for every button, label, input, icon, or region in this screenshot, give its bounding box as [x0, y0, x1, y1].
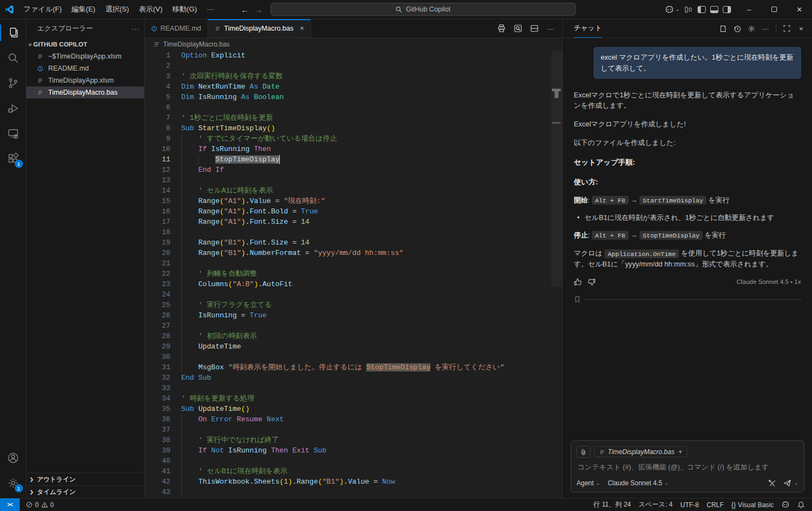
attach-context-button[interactable]	[577, 446, 590, 458]
code-line-1[interactable]: 1Option Explicit	[145, 50, 508, 61]
toggle-panel-icon[interactable]	[710, 6, 718, 13]
chat-more-icon[interactable]: ···	[759, 22, 772, 35]
remote-indicator[interactable]: ><	[0, 498, 20, 511]
code-line-41[interactable]: 41 ' セルB1に現在時刻を表示	[145, 466, 508, 477]
settings-gear-icon[interactable]: 1	[0, 471, 26, 496]
code-line-20[interactable]: 20 Range("B1").NumberFormat = "yyyy/mm/d…	[145, 248, 508, 258]
code-line-33[interactable]: 33	[145, 383, 508, 393]
eol-sequence[interactable]: CRLF	[702, 501, 727, 509]
menu-編集[interactable]: 編集(E)	[67, 3, 100, 16]
indentation[interactable]: スペース: 4	[635, 500, 676, 509]
code-line-29[interactable]: 29 UpdateTime	[145, 341, 508, 352]
code-line-5[interactable]: 5Dim IsRunning As Boolean	[145, 92, 508, 102]
code-line-8[interactable]: 8Sub StartTimeDisplay()	[145, 123, 508, 133]
breadcrumb[interactable]: TimeDisplayMacro.bas	[145, 38, 562, 50]
print-icon[interactable]	[494, 21, 509, 36]
toggle-secondary-sidebar-icon[interactable]	[723, 6, 731, 13]
code-line-26[interactable]: 26 IsRunning = True	[145, 310, 508, 321]
maximize-panel-icon[interactable]	[780, 22, 793, 35]
cursor-position[interactable]: 行 11、列 24	[590, 500, 635, 509]
code-line-15[interactable]: 15 Range("A1").Value = "現在時刻:"	[145, 196, 508, 206]
code-line-27[interactable]: 27	[145, 321, 508, 331]
file-item-README.md[interactable]: README.md	[26, 62, 144, 74]
menu-表示[interactable]: 表示(V)	[134, 3, 168, 16]
minimize-button[interactable]: –	[736, 0, 762, 19]
explorer-view-icon[interactable]	[0, 20, 26, 45]
file-item-~$TimeDisplayApp.xlsm[interactable]: ~$TimeDisplayApp.xlsm	[26, 50, 144, 62]
code-line-24[interactable]: 24	[145, 289, 508, 300]
code-line-22[interactable]: 22 ' 列幅を自動調整	[145, 269, 508, 279]
code-line-13[interactable]: 13	[145, 175, 508, 185]
copilot-menu-button[interactable]: ⌄	[665, 5, 679, 14]
chat-history-icon[interactable]	[730, 22, 744, 35]
code-line-2[interactable]: 2	[145, 61, 508, 71]
maximize-button[interactable]	[762, 0, 787, 19]
code-line-16[interactable]: 16 Range("A1").Font.Bold = True	[145, 206, 508, 217]
code-line-42[interactable]: 42 ThisWorkbook.Sheets(1).Range("B1").Va…	[145, 477, 508, 487]
close-tab-icon[interactable]: ×	[300, 25, 304, 32]
code-line-14[interactable]: 14 ' セルA1に時刻を表示	[145, 185, 508, 196]
file-item-TimeDisplayApp.xlsm[interactable]: TimeDisplayApp.xlsm	[26, 74, 144, 86]
explorer-more-actions[interactable]: ···	[131, 25, 140, 33]
source-control-icon[interactable]	[0, 71, 26, 96]
code-line-17[interactable]: 17 Range("A1").Font.Size = 14	[145, 217, 508, 227]
copilot-status-icon[interactable]	[778, 501, 793, 509]
more-actions-icon[interactable]: ···	[544, 21, 558, 36]
customize-layout-icon[interactable]	[685, 6, 693, 13]
close-button[interactable]: ✕	[787, 0, 812, 19]
workspace-section-header[interactable]: ˅ GITHUB COPILOT	[26, 38, 144, 50]
sidebar-section-アウトライン[interactable]: ❯アウトライン	[26, 473, 144, 485]
chat-input-placeholder[interactable]: コンテキスト (#)、拡張機能 (@)、コマンド (/) を追加します	[578, 463, 797, 472]
problems-indicator[interactable]: 0 0	[22, 501, 57, 509]
chat-input-box[interactable]: TimeDisplayMacro.bas + コンテキスト (#)、拡張機能 (…	[571, 440, 804, 492]
extensions-view-icon[interactable]: 1	[0, 146, 26, 171]
code-line-40[interactable]: 40	[145, 456, 508, 466]
editor-tab-TimeDisplayMacro.bas[interactable]: TimeDisplayMacro.bas×	[208, 19, 311, 38]
code-line-18[interactable]: 18	[145, 227, 508, 237]
add-attachment-icon[interactable]: +	[678, 448, 682, 456]
code-line-43[interactable]: 43	[145, 487, 508, 497]
run-debug-icon[interactable]	[0, 96, 26, 121]
code-line-34[interactable]: 34' 時刻を更新する処理	[145, 393, 508, 404]
scrollbar-slider[interactable]	[551, 50, 562, 287]
remote-explorer-icon[interactable]	[0, 121, 26, 146]
code-line-6[interactable]: 6	[145, 102, 508, 113]
code-line-11[interactable]: 11 StopTimeDisplay	[145, 154, 508, 165]
code-line-12[interactable]: 12 End If	[145, 165, 508, 175]
command-center-search[interactable]: GitHub Copilot	[270, 3, 576, 16]
attached-file-chip[interactable]: TimeDisplayMacro.bas +	[594, 446, 687, 457]
chat-tab[interactable]: チャット	[574, 19, 602, 38]
notifications-bell-icon[interactable]	[793, 501, 809, 509]
menu-移動[interactable]: 移動(G)	[168, 3, 202, 16]
encoding[interactable]: UTF-8	[676, 501, 702, 509]
code-line-31[interactable]: 31 MsgBox "時刻表示を開始しました。停止するには StopTimeDi…	[145, 362, 508, 373]
code-line-4[interactable]: 4Dim NextRunTime As Date	[145, 82, 508, 92]
code-line-37[interactable]: 37	[145, 425, 508, 435]
nav-forward-icon[interactable]: →	[255, 5, 263, 14]
search-view-icon[interactable]	[0, 45, 26, 71]
code-line-25[interactable]: 25 ' 実行フラグを立てる	[145, 300, 508, 310]
file-item-TimeDisplayMacro.bas[interactable]: TimeDisplayMacro.bas	[26, 86, 144, 98]
code-line-28[interactable]: 28 ' 初回の時刻表示	[145, 331, 508, 341]
account-icon[interactable]	[0, 445, 26, 471]
chat-settings-icon[interactable]	[745, 22, 758, 35]
code-line-30[interactable]: 30	[145, 352, 508, 362]
toggle-primary-sidebar-icon[interactable]	[698, 6, 706, 13]
code-line-3[interactable]: 3' 次回実行時刻を保存する変数	[145, 71, 508, 82]
code-line-21[interactable]: 21	[145, 258, 508, 269]
code-line-10[interactable]: 10 If IsRunning Then	[145, 144, 508, 154]
model-dropdown[interactable]: Claude Sonnet 4.5⌄	[608, 479, 669, 487]
code-line-39[interactable]: 39 If Not IsRunning Then Exit Sub	[145, 445, 508, 456]
code-line-7[interactable]: 7' 1秒ごとに現在時刻を更新	[145, 113, 508, 123]
thumbs-down-icon[interactable]	[588, 278, 596, 286]
code-line-36[interactable]: 36 On Error Resume Next	[145, 414, 508, 425]
split-editor-icon[interactable]	[527, 21, 542, 36]
editor-tab-README.md[interactable]: README.md	[145, 19, 208, 38]
nav-back-icon[interactable]: ←	[241, 5, 249, 14]
send-button[interactable]: ⌄	[783, 479, 798, 487]
code-line-23[interactable]: 23 Columns("A:B").AutoFit	[145, 279, 508, 289]
agent-mode-dropdown[interactable]: Agent⌄	[577, 479, 600, 487]
menu-ファイル[interactable]: ファイル(F)	[19, 3, 67, 16]
thumbs-up-icon[interactable]	[574, 278, 582, 286]
code-line-38[interactable]: 38 ' 実行中でなければ終了	[145, 435, 508, 445]
